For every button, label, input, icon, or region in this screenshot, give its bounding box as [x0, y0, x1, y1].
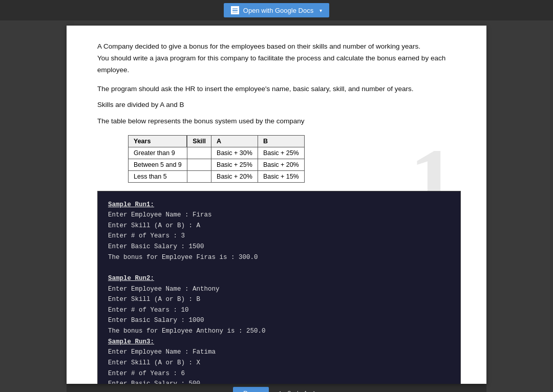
- skills-desc: Skills are divided by A and B: [97, 99, 461, 111]
- open-docs-button[interactable]: Open with Google Docs ▾: [224, 3, 329, 17]
- skill-cell: [187, 170, 211, 182]
- bottom-bar: Page ◄ 2 / 4 ►: [67, 384, 486, 392]
- col-header-skill: Skill: [187, 135, 211, 147]
- b-cell: Basic + 15%: [258, 170, 304, 182]
- run1-line1: Enter Employee Name : Firas: [108, 210, 450, 221]
- next-page-button[interactable]: ►: [312, 389, 320, 393]
- run2-line5: The bonus for Employee Anthony is : 250.…: [108, 326, 450, 337]
- run2-line3: Enter # of Years : 10: [108, 305, 450, 316]
- run2-line2: Enter Skill (A or B) : B: [108, 294, 450, 305]
- total-pages: 4: [303, 389, 307, 392]
- skill-cell: [187, 159, 211, 170]
- document-content: A Company decided to give a bonus for th…: [97, 41, 461, 384]
- a-cell: Basic + 20%: [211, 170, 258, 182]
- page-label: Page: [243, 389, 259, 392]
- a-cell: Basic + 25%: [211, 159, 258, 170]
- run3-line1: Enter Employee Name : Fatima: [108, 347, 450, 358]
- page-button[interactable]: Page: [233, 387, 269, 392]
- page-separator: /: [296, 389, 298, 392]
- program-desc: The program should ask the HR to insert …: [97, 83, 461, 95]
- doc-icon: [231, 6, 239, 14]
- dropdown-arrow-icon: ▾: [320, 8, 322, 13]
- col-header-b: B: [258, 135, 304, 147]
- run1-line3: Enter # of Years : 3: [108, 231, 450, 242]
- col-header-years: Years: [129, 135, 187, 147]
- bonus-table: Years Skill A B Greater than 9 Basic + 3…: [128, 135, 305, 183]
- page-number: 2: [287, 389, 291, 392]
- run1-label: Sample Run1:: [108, 200, 450, 210]
- run2-label: Sample Run2:: [108, 273, 450, 284]
- skill-cell: [187, 147, 211, 159]
- table-intro: The table below represents the bonus sys…: [97, 116, 461, 127]
- run3-line4: Enter Basic Salary : 500: [108, 379, 450, 384]
- years-cell: Between 5 and 9: [129, 159, 187, 170]
- table-row: Between 5 and 9 Basic + 25% Basic + 20%: [129, 159, 305, 170]
- toolbar: Open with Google Docs ▾: [0, 0, 553, 20]
- run3-line3: Enter # of Years : 6: [108, 368, 450, 379]
- bonus-table-container: Years Skill A B Greater than 9 Basic + 3…: [128, 135, 461, 183]
- run1-line4: Enter Basic Salary : 1500: [108, 242, 450, 252]
- intro-paragraph: A Company decided to give a bonus for th…: [97, 41, 461, 76]
- run1-line5: The bonus for Employee Firas is : 300.0: [108, 252, 450, 263]
- run2-line1: Enter Employee Name : Anthony: [108, 284, 450, 295]
- table-row: Greater than 9 Basic + 30% Basic + 25%: [129, 147, 305, 159]
- run1-line2: Enter Skill (A or B) : A: [108, 221, 450, 231]
- years-cell: Greater than 9: [129, 147, 187, 159]
- run2-line4: Enter Basic Salary : 1000: [108, 315, 450, 326]
- col-header-a: A: [211, 135, 258, 147]
- table-row: Less than 5 Basic + 20% Basic + 15%: [129, 170, 305, 182]
- a-cell: Basic + 30%: [211, 147, 258, 159]
- intro-line1: A Company decided to give a bonus for th…: [97, 42, 420, 50]
- run3-line2: Enter Skill (A or B) : X: [108, 358, 450, 368]
- b-cell: Basic + 25%: [258, 147, 304, 159]
- document-area: 1 A Company decided to give a bonus for …: [67, 26, 486, 384]
- intro-line2: You should write a java program for this…: [97, 54, 445, 74]
- years-cell: Less than 5: [129, 170, 187, 182]
- b-cell: Basic + 20%: [258, 159, 304, 170]
- prev-page-button[interactable]: ◄: [274, 389, 282, 393]
- code-block: Sample Run1: Enter Employee Name : Firas…: [97, 191, 461, 384]
- run3-label: Sample Run3:: [108, 337, 450, 347]
- open-docs-label: Open with Google Docs: [243, 7, 313, 14]
